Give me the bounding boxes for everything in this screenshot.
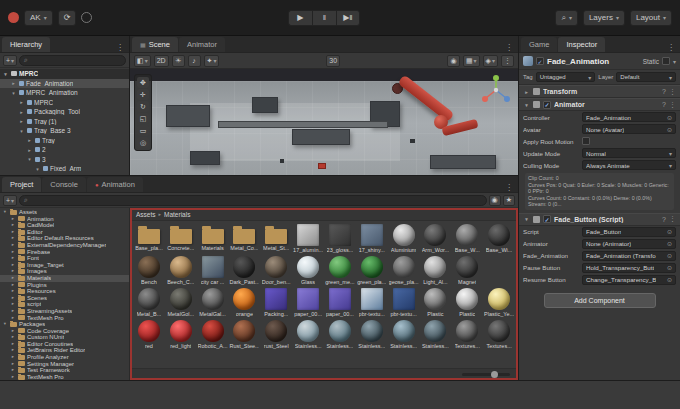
asset-item[interactable]: Materials (197, 224, 229, 253)
project-tree-item[interactable]: ▸Resources (0, 288, 129, 295)
expand-arrow-icon[interactable]: ▸ (10, 80, 17, 86)
animator-component-header[interactable]: ▾ Animator ? ⋮ (519, 98, 680, 111)
project-tree-item[interactable]: ▸Profile Analyzer (0, 354, 129, 361)
object-picker-icon[interactable]: ⊙ (667, 228, 672, 235)
expand-arrow-icon[interactable]: ▸ (18, 99, 25, 105)
asset-item[interactable]: Stainless... (356, 320, 388, 349)
play-button[interactable]: ▶ (288, 10, 312, 26)
object-field[interactable]: Fade_Animation (Transfo⊙ (582, 251, 676, 261)
project-tree-item[interactable]: ▸StreamingAssets (0, 308, 129, 315)
asset-item[interactable]: Magnet (451, 256, 483, 285)
expand-arrow-icon[interactable]: ▸ (10, 268, 16, 275)
project-tree-item[interactable]: ▸TextMesh Pro (0, 315, 129, 322)
asset-item[interactable]: green_pla... (356, 256, 388, 285)
project-tree-item[interactable]: ▸Materials (0, 275, 129, 282)
visibility-toggle[interactable]: ◉ (447, 55, 460, 67)
hierarchy-item[interactable]: ▸2 (0, 145, 129, 155)
project-tree-item[interactable]: ▸Animation (0, 216, 129, 223)
asset-item[interactable]: Robotic_A... (197, 320, 229, 349)
project-tree-item[interactable]: ▸Image_Target (0, 262, 129, 269)
asset-item[interactable]: Packing... (260, 288, 292, 317)
asset-item[interactable]: red_light (165, 320, 197, 349)
dropdown-caret-icon[interactable]: ▾ (669, 150, 672, 157)
asset-item[interactable]: Plastic_Ye... (483, 288, 515, 317)
expand-arrow-icon[interactable]: ▸ (10, 282, 16, 289)
hierarchy-item[interactable]: ▸Tray (0, 136, 129, 146)
project-search[interactable]: ⌕ (19, 195, 487, 206)
scene-more-menu[interactable]: ⋮ (501, 55, 514, 67)
project-tree-item[interactable]: ▸CadModel (0, 222, 129, 229)
create-asset-button[interactable]: + ▾ (3, 195, 17, 206)
layout-dropdown[interactable]: Layout ▾ (630, 10, 672, 26)
asset-item[interactable]: Metal_St... (260, 224, 292, 253)
expand-arrow-icon[interactable]: ▾ (2, 71, 9, 77)
asset-item[interactable]: Aluminium (388, 224, 420, 253)
object-field[interactable]: Hold_Transparency_Butt⊙ (582, 263, 676, 273)
expand-arrow-icon[interactable]: ▸ (523, 89, 530, 95)
project-tree-item[interactable]: ▸Code Coverage (0, 328, 129, 335)
account-avatar[interactable] (8, 12, 19, 23)
tab-project[interactable]: Project (2, 177, 41, 192)
script-enabled-checkbox[interactable] (543, 215, 551, 223)
tag-dropdown[interactable]: Untagged ▾ (536, 72, 596, 82)
asset-item[interactable]: MetalGal... (197, 288, 229, 317)
project-tree-item[interactable]: ▸ExternalDependencyManager (0, 242, 129, 249)
expand-arrow-icon[interactable]: ▸ (18, 109, 25, 115)
project-tree-item[interactable]: ▸Editor (0, 229, 129, 236)
expand-arrow-icon[interactable]: ▾ (523, 102, 530, 108)
dropdown-field[interactable]: Always Animate▾ (582, 160, 676, 170)
asset-item[interactable]: paper_00... (292, 288, 324, 317)
chevron-down-icon[interactable]: ▾ (673, 58, 676, 65)
scene-viewport[interactable]: ✥✛↻◱▭◎ (130, 69, 518, 175)
transform-tool[interactable]: ◎ (137, 137, 149, 148)
tab-game[interactable]: Game (521, 37, 557, 52)
asset-item[interactable]: MetalGol... (165, 288, 197, 317)
asset-item[interactable]: Plastic (420, 288, 452, 317)
expand-arrow-icon[interactable]: ▾ (2, 209, 8, 216)
expand-arrow-icon[interactable]: ▸ (10, 361, 16, 368)
asset-item[interactable]: Bench (133, 256, 165, 285)
panel-menu-icon[interactable]: ⋮ (113, 43, 127, 52)
object-picker-icon[interactable]: ⊙ (667, 276, 672, 283)
project-tree-item[interactable]: ▸Plugins (0, 282, 129, 289)
thumbnail-zoom-slider[interactable] (462, 373, 510, 376)
hierarchy-item[interactable]: ▸Packaging_Tool (0, 107, 129, 117)
asset-item[interactable]: Metal_Co... (229, 224, 261, 253)
orientation-gizmo[interactable] (479, 73, 513, 107)
asset-item[interactable]: Arm_Wor... (420, 224, 452, 253)
object-picker-icon[interactable]: ⊙ (667, 114, 672, 121)
project-tree-item[interactable]: ▸Scenes (0, 295, 129, 302)
component-menu-icon[interactable]: ⋮ (669, 88, 676, 96)
project-tree-item[interactable]: ▸Font (0, 255, 129, 262)
expand-arrow-icon[interactable]: ▾ (523, 216, 530, 222)
project-tree-item[interactable]: ▸Test Framework (0, 367, 129, 374)
asset-item[interactable]: 23_gloss... (324, 224, 356, 253)
expand-arrow-icon[interactable]: ▸ (18, 118, 25, 124)
animator-enabled-checkbox[interactable] (543, 101, 551, 109)
panel-menu-icon[interactable]: ⋮ (502, 183, 516, 192)
asset-item[interactable]: green_me... (324, 256, 356, 285)
asset-item[interactable]: Textures... (483, 320, 515, 349)
expand-arrow-icon[interactable]: ▸ (10, 242, 16, 249)
expand-arrow-icon[interactable]: ▾ (10, 90, 17, 96)
asset-item[interactable]: paper_00... (324, 288, 356, 317)
asset-item[interactable]: Base_pla... (133, 224, 165, 253)
asset-item[interactable]: city car ... (197, 256, 229, 285)
hierarchy-item[interactable]: ▾3 (0, 155, 129, 165)
project-tree-item[interactable]: ▸script (0, 301, 129, 308)
dropdown-field[interactable]: Normal▾ (582, 148, 676, 158)
asset-item[interactable]: Metal_B... (133, 288, 165, 317)
hierarchy-item[interactable]: ▸MPRC (0, 98, 129, 108)
hierarchy-search[interactable]: ⌕ (19, 55, 126, 66)
asset-item[interactable]: Concrete... (165, 224, 197, 253)
project-tree-item[interactable]: ▾Assets (0, 209, 129, 216)
layer-dropdown[interactable]: Default ▾ (616, 72, 676, 82)
expand-arrow-icon[interactable]: ▸ (10, 255, 16, 262)
project-tree-item[interactable]: ▸Settings Manager (0, 361, 129, 368)
asset-item[interactable]: pbr-textu... (356, 288, 388, 317)
asset-item[interactable]: Plastic (451, 288, 483, 317)
move-tool[interactable]: ✛ (137, 89, 149, 100)
asset-item[interactable]: Rust_Stee... (229, 320, 261, 349)
expand-arrow-icon[interactable]: ▸ (10, 216, 16, 223)
transform-component-header[interactable]: ▸ Transform ? ⋮ (519, 85, 680, 98)
